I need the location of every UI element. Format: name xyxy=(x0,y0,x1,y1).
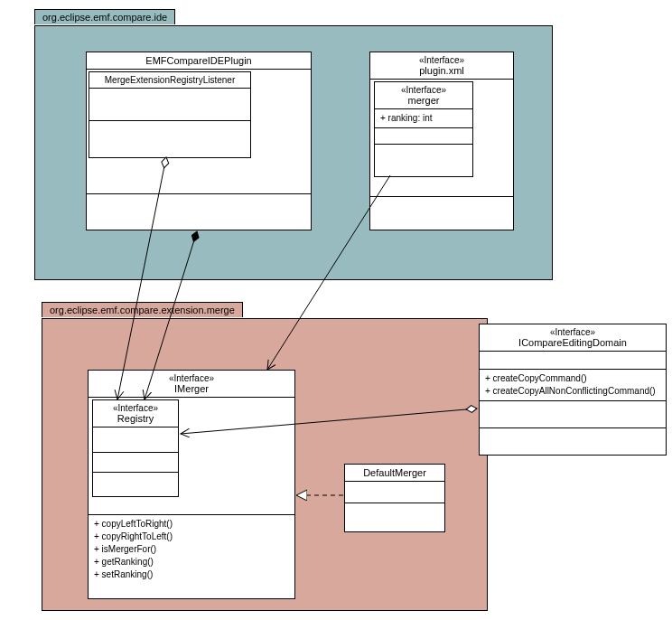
class-defaultmerger-name: DefaultMerger xyxy=(363,467,426,478)
class-plugin-xml-header: «Interface» plugin.xml xyxy=(370,52,513,80)
package-ide: org.eclipse.emf.compare.ide EMFCompareID… xyxy=(34,25,553,280)
package-merge-label: org.eclipse.emf.compare.extension.merge xyxy=(50,305,235,315)
class-mergeextensionregistrylistener-name: MergeExtensionRegistryListener xyxy=(105,75,236,85)
class-iced-name: ICompareEditingDomain xyxy=(485,337,660,348)
class-merger-stereo: «Interface» xyxy=(380,85,467,95)
package-merge-tab: org.eclipse.emf.compare.extension.merge xyxy=(42,302,243,317)
class-plugin-xml: «Interface» plugin.xml «Interface» merge… xyxy=(369,52,514,230)
op-getranking: + getRanking() xyxy=(94,556,289,568)
class-iced-ops: + createCopyCommand() + createCopyAllNon… xyxy=(480,370,666,401)
class-iced-stereo: «Interface» xyxy=(485,327,660,337)
class-mergeextensionregistrylistener: MergeExtensionRegistryListener xyxy=(89,71,251,158)
class-merger: «Interface» merger + ranking: int xyxy=(374,81,473,177)
class-imerger-ops: + copyLeftToRight() + copyRightToLeft() … xyxy=(89,515,294,584)
package-merge: org.eclipse.emf.compare.extension.merge … xyxy=(42,318,488,611)
op-copylefttoright: + copyLeftToRight() xyxy=(94,518,289,531)
class-merger-header: «Interface» merger xyxy=(375,82,472,109)
class-registry-name: Registry xyxy=(98,413,173,424)
op-setranking: + setRanking() xyxy=(94,568,289,581)
class-plugin-xml-stereo: «Interface» xyxy=(376,55,508,65)
class-imerger: «Interface» IMerger «Interface» Registry… xyxy=(88,370,295,599)
class-imerger-header: «Interface» IMerger xyxy=(89,371,294,398)
class-merger-attr-ranking: + ranking: int xyxy=(380,113,433,123)
class-defaultmerger: DefaultMerger xyxy=(344,464,445,532)
op-createcopyallnonconflicting: + createCopyAllNonConflictingCommand() xyxy=(485,385,660,398)
class-emfcompareideplugin-title: EMFCompareIDEPlugin xyxy=(87,52,311,70)
class-registry-stereo: «Interface» xyxy=(98,403,173,413)
class-merger-attrs: + ranking: int xyxy=(375,109,472,128)
class-mergeextensionregistrylistener-title: MergeExtensionRegistryListener xyxy=(89,72,250,89)
class-iced-header: «Interface» ICompareEditingDomain xyxy=(480,324,666,352)
class-imerger-stereo: «Interface» xyxy=(94,373,289,383)
op-ismergerfor: + isMergerFor() xyxy=(94,543,289,556)
class-merger-name: merger xyxy=(380,95,467,106)
class-defaultmerger-title: DefaultMerger xyxy=(345,465,444,482)
op-createcopycommand: + createCopyCommand() xyxy=(485,372,660,385)
class-icompareeditingdomain: «Interface» ICompareEditingDomain + crea… xyxy=(479,324,667,456)
class-registry: «Interface» Registry xyxy=(92,399,179,497)
op-copyrighttoleft: + copyRightToLeft() xyxy=(94,531,289,543)
package-ide-tab: org.eclipse.emf.compare.ide xyxy=(34,9,175,24)
package-ide-label: org.eclipse.emf.compare.ide xyxy=(42,12,167,23)
class-emfcompareideplugin: EMFCompareIDEPlugin MergeExtensionRegist… xyxy=(86,52,312,230)
class-imerger-name: IMerger xyxy=(94,383,289,394)
class-registry-header: «Interface» Registry xyxy=(93,400,178,427)
class-emfcompareideplugin-name: EMFCompareIDEPlugin xyxy=(145,55,251,66)
class-plugin-xml-name: plugin.xml xyxy=(376,65,508,76)
